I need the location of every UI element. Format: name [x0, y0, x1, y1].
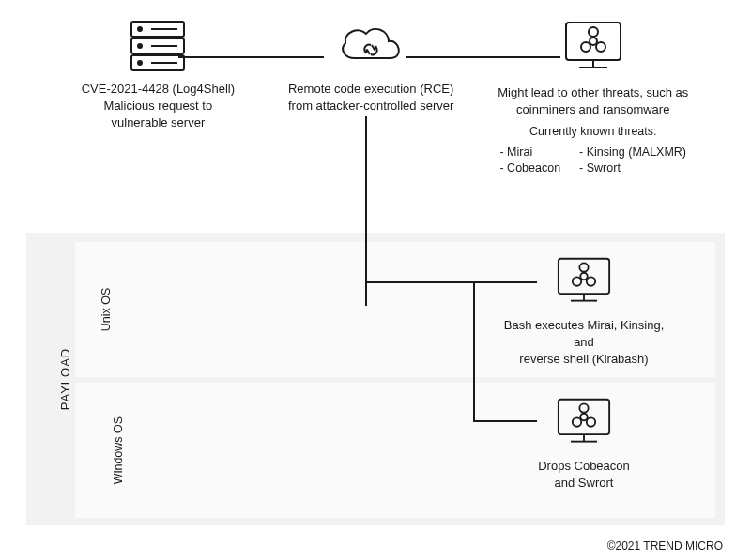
threat-caption: Might lead to other threats, such as coi…	[498, 84, 688, 177]
known-threats: Currently known threats: - Mirai - Cobea…	[498, 124, 688, 177]
svg-point-20	[579, 263, 588, 271]
text: vulnerable server	[82, 114, 235, 131]
text: Remote code execution (RCE)	[288, 81, 453, 98]
svg-point-26	[580, 414, 587, 420]
svg-point-3	[138, 27, 142, 31]
cloud-caption: Remote code execution (RCE) from attacke…	[288, 81, 453, 114]
text: and Swrort	[538, 475, 630, 492]
svg-point-4	[138, 44, 142, 48]
text: CVE-2021-4428 (Log4Shell)	[82, 81, 235, 98]
unix-os-box: Unix OS Bash executes Mirai, Kinsin	[75, 242, 715, 377]
connector-line	[473, 281, 537, 283]
svg-point-19	[580, 273, 587, 280]
infected-computer-icon	[553, 255, 615, 310]
connector-line	[365, 281, 473, 283]
svg-point-13	[589, 27, 598, 37]
svg-point-22	[587, 277, 595, 285]
known-threats-label: Currently known threats:	[498, 124, 688, 141]
infected-computer-icon	[553, 396, 615, 450]
cloud-icon	[334, 19, 407, 73]
threat-item: - Kinsing (MALXMR)	[579, 144, 686, 161]
copyright-text: ©2021 TREND MICRO	[607, 539, 723, 552]
threat-item: - Cobeacon	[499, 160, 560, 177]
svg-point-27	[579, 403, 588, 412]
svg-point-28	[573, 417, 581, 426]
text: coinminers and ransomware	[498, 101, 688, 118]
threat-col-1: - Mirai - Cobeacon	[499, 144, 560, 177]
node-rce-cloud: Remote code execution (RCE) from attacke…	[265, 19, 478, 177]
text: Might lead to other threats, such as	[498, 84, 688, 101]
unix-label: Unix OS	[100, 288, 113, 332]
text: Bash executes Mirai, Kinsing, and	[499, 317, 668, 351]
text: Malicious request to	[82, 98, 235, 114]
svg-point-29	[587, 417, 595, 426]
node-windows-payload: Drops Cobeacon and Swrort	[499, 396, 668, 492]
payload-label: PAYLOAD	[58, 348, 72, 410]
unix-caption: Bash executes Mirai, Kinsing, and revers…	[499, 317, 668, 369]
svg-rect-23	[559, 400, 609, 434]
svg-point-21	[573, 277, 581, 285]
node-other-threats: Might lead to other threats, such as coi…	[478, 19, 709, 177]
connector-line	[406, 56, 560, 58]
svg-point-15	[596, 42, 605, 52]
text: reverse shell (Kirabash)	[499, 351, 668, 368]
threat-item: - Mirai	[499, 144, 560, 161]
connector-line	[473, 281, 475, 420]
svg-point-12	[590, 38, 597, 45]
server-icon	[129, 19, 187, 73]
windows-label: Windows OS	[112, 416, 125, 484]
svg-rect-16	[559, 259, 609, 294]
svg-point-14	[581, 42, 590, 52]
text: Drops Cobeacon	[538, 458, 630, 475]
connector-line	[473, 420, 537, 422]
node-vulnerable-server: CVE-2021-4428 (Log4Shell) Malicious requ…	[52, 19, 265, 177]
svg-point-5	[138, 61, 142, 65]
windows-caption: Drops Cobeacon and Swrort	[538, 458, 630, 492]
text: from attacker-controlled server	[288, 98, 453, 114]
top-row: CVE-2021-4428 (Log4Shell) Malicious requ…	[0, 19, 751, 177]
windows-os-box: Windows OS Drops Cobeacon a	[75, 383, 715, 518]
threat-item: - Swrort	[579, 160, 686, 177]
infected-computer-icon	[560, 19, 626, 77]
connector-line	[365, 116, 367, 306]
node-unix-payload: Bash executes Mirai, Kinsing, and revers…	[499, 255, 668, 369]
threat-col-2: - Kinsing (MALXMR) - Swrort	[579, 144, 686, 177]
payload-section: PAYLOAD Unix OS Bash exe	[26, 233, 725, 525]
server-caption: CVE-2021-4428 (Log4Shell) Malicious requ…	[82, 81, 235, 132]
connector-line	[178, 56, 324, 58]
